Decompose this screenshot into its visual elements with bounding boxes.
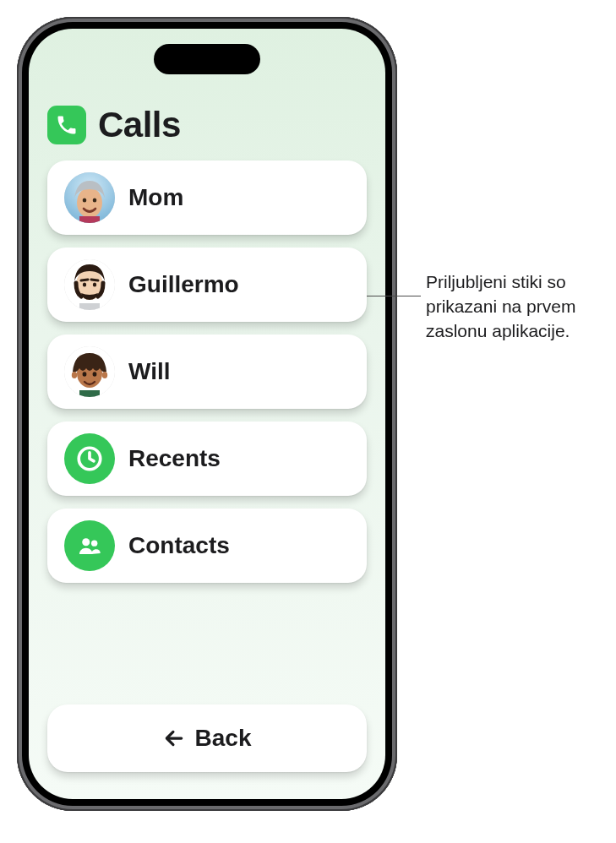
- contact-list: Mom: [29, 157, 385, 696]
- dynamic-island: [154, 44, 260, 74]
- page-title: Calls: [98, 105, 181, 145]
- menu-recents[interactable]: Recents: [47, 422, 367, 496]
- svg-point-17: [102, 372, 107, 378]
- svg-point-9: [83, 282, 86, 286]
- contact-card-mom[interactable]: Mom: [47, 160, 367, 235]
- back-label: Back: [195, 725, 252, 752]
- footer: Back: [29, 696, 385, 799]
- svg-point-2: [83, 199, 87, 203]
- contact-name: Guillermo: [128, 271, 239, 298]
- clock-icon: [64, 433, 115, 484]
- contact-card-will[interactable]: Will: [47, 334, 367, 409]
- callout-leader-line: [367, 296, 421, 296]
- svg-line-8: [91, 280, 98, 280]
- avatar-mom: [64, 172, 115, 223]
- svg-point-3: [93, 199, 97, 203]
- svg-rect-4: [79, 216, 100, 223]
- svg-point-16: [72, 372, 77, 378]
- svg-point-1: [77, 188, 102, 218]
- svg-point-15: [93, 372, 97, 377]
- svg-point-20: [82, 538, 90, 546]
- contact-card-guillermo[interactable]: Guillermo: [47, 247, 367, 322]
- avatar-guillermo: [64, 259, 115, 310]
- contact-name: Will: [128, 358, 171, 385]
- screen: Calls: [29, 29, 385, 799]
- people-icon: [64, 520, 115, 571]
- svg-point-14: [83, 372, 87, 377]
- back-button[interactable]: Back: [47, 704, 367, 772]
- menu-label: Recents: [128, 445, 221, 472]
- arrow-left-icon: [163, 727, 185, 749]
- svg-rect-18: [79, 390, 100, 397]
- svg-rect-11: [79, 303, 100, 310]
- phone-app-icon: [47, 106, 86, 144]
- phone-frame: Calls: [17, 17, 397, 811]
- menu-contacts[interactable]: Contacts: [47, 509, 367, 583]
- phone-icon: [55, 113, 79, 137]
- menu-label: Contacts: [128, 532, 230, 559]
- svg-line-7: [81, 280, 88, 280]
- svg-point-21: [91, 540, 97, 546]
- contact-name: Mom: [128, 184, 183, 211]
- callout-text: Priljubljeni stiki so prikazani na prvem…: [426, 270, 603, 344]
- avatar-will: [64, 346, 115, 397]
- svg-point-10: [93, 282, 96, 286]
